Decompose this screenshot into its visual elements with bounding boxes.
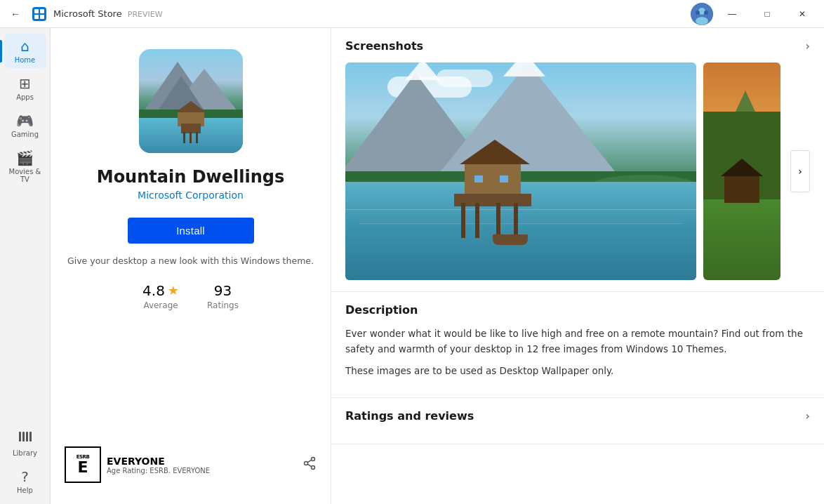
svg-point-15	[305, 461, 308, 465]
description-text-2: These images are to be used as Desktop W…	[345, 364, 810, 379]
gaming-icon: 🎮	[16, 112, 34, 129]
ratings-reviews-title: Ratings and reviews	[345, 409, 474, 423]
app-publisher[interactable]: Microsoft Corporation	[138, 190, 244, 201]
sidebar-item-gaming[interactable]: 🎮 Gaming	[4, 108, 46, 142]
svg-rect-12	[29, 432, 32, 442]
esrb-section: ESRB E EVERYONE Age Rating: ESRB. EVERYO…	[65, 435, 317, 483]
svg-rect-1	[40, 9, 44, 13]
app-detail-panel: Mountain Dwellings Microsoft Corporation…	[51, 28, 331, 504]
library-icon	[18, 429, 33, 448]
sidebar-item-library[interactable]: Library	[4, 425, 46, 461]
ratings-header[interactable]: Ratings and reviews ›	[345, 409, 810, 423]
app-logo	[32, 7, 46, 21]
screenshot-2[interactable]	[703, 62, 780, 280]
star-icon: ★	[168, 283, 179, 298]
sidebar-item-home[interactable]: ⌂ Home	[4, 34, 46, 68]
description-text-1: Ever wonder what it would be like to liv…	[345, 326, 810, 357]
rating-label: Average	[143, 300, 178, 310]
description-title: Description	[345, 303, 418, 317]
movies-icon: 🎬	[16, 150, 34, 166]
sidebar-item-movies[interactable]: 🎬 Movies & TV	[4, 145, 46, 187]
app-description-short: Give your desktop a new look with this W…	[67, 255, 314, 268]
svg-point-7	[696, 11, 700, 15]
rating-value: 4.8	[142, 282, 165, 299]
screenshots-header[interactable]: Screenshots ›	[345, 39, 810, 53]
apps-icon: ⊞	[19, 75, 31, 92]
window-controls: — □ ✕	[691, 0, 818, 28]
ratings-section: Ratings and reviews ›	[331, 398, 824, 444]
screenshots-chevron: ›	[806, 39, 810, 53]
ratings-chevron: ›	[806, 409, 810, 423]
help-icon: ?	[21, 468, 29, 485]
sidebar-item-apps[interactable]: ⊞ Apps	[4, 71, 46, 105]
minimize-button[interactable]: —	[716, 0, 748, 28]
svg-rect-0	[34, 9, 39, 13]
user-avatar[interactable]	[691, 3, 713, 25]
svg-rect-10	[22, 432, 25, 442]
svg-line-16	[307, 460, 312, 463]
close-button[interactable]: ✕	[786, 0, 818, 28]
sidebar: ⌂ Home ⊞ Apps 🎮 Gaming 🎬 Movies & TV	[0, 28, 51, 504]
svg-rect-9	[19, 432, 21, 442]
titlebar: ← Microsoft Store PREVIEW — □	[0, 0, 824, 28]
app-detail-right: Screenshots ›	[331, 28, 824, 504]
screenshots-container: ›	[345, 62, 810, 280]
install-button[interactable]: Install	[128, 218, 254, 244]
svg-point-6	[696, 17, 708, 25]
rating-section: 4.8 ★ Average 93 Ratings	[142, 282, 239, 310]
window-title: Microsoft Store PREVIEW	[53, 8, 163, 19]
average-rating: 4.8 ★ Average	[142, 282, 179, 310]
app-name: Mountain Dwellings	[97, 167, 284, 187]
share-button[interactable]	[303, 456, 317, 474]
description-header[interactable]: Description	[345, 303, 810, 317]
sidebar-item-help[interactable]: ? Help	[4, 464, 46, 498]
back-button[interactable]: ←	[6, 4, 25, 24]
screenshots-section: Screenshots ›	[331, 28, 824, 292]
svg-rect-11	[26, 432, 28, 442]
svg-rect-2	[34, 15, 39, 19]
ratings-count-value: 93	[214, 282, 232, 299]
svg-point-8	[704, 11, 708, 15]
svg-line-17	[307, 464, 312, 467]
ratings-count-label: Ratings	[207, 300, 239, 310]
esrb-badge: ESRB E	[65, 446, 101, 483]
svg-point-14	[312, 465, 315, 469]
app-icon	[139, 49, 243, 153]
esrb-rating: EVERYONE	[107, 456, 210, 467]
screenshots-next-button[interactable]: ›	[790, 150, 810, 192]
svg-rect-3	[40, 15, 44, 19]
svg-point-13	[312, 457, 315, 460]
home-icon: ⌂	[20, 38, 29, 55]
description-section: Description Ever wonder what it would be…	[331, 292, 824, 398]
screenshots-title: Screenshots	[345, 39, 423, 53]
maximize-button[interactable]: □	[751, 0, 783, 28]
esrb-detail: Age Rating: ESRB. EVERYONE	[107, 467, 210, 475]
screenshot-1[interactable]	[345, 62, 696, 280]
ratings-count: 93 Ratings	[207, 282, 239, 310]
